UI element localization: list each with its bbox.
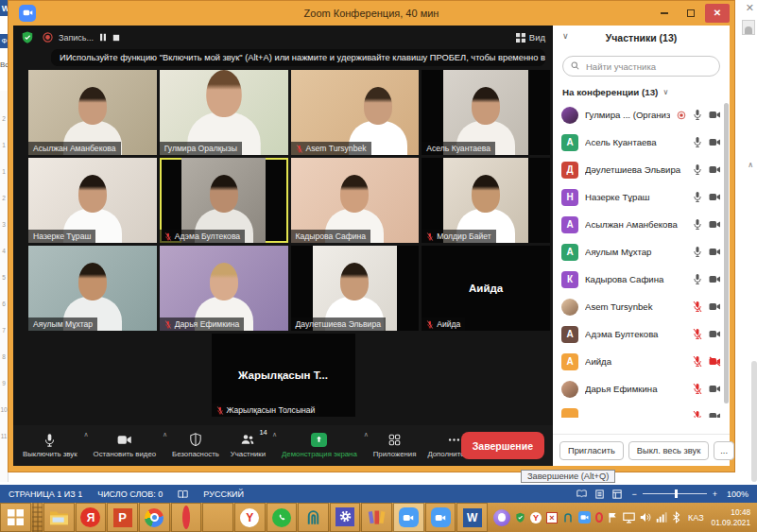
toolbar-people-button[interactable]: ∧ 14 Участники	[225, 425, 276, 466]
zoom-out-icon[interactable]: −	[631, 489, 636, 499]
zoom-level[interactable]: 100%	[727, 489, 748, 499]
participant-row[interactable]: К Кадырова Сафина	[553, 266, 730, 293]
in-meeting-section-header[interactable]: На конференции (13) ∨	[553, 79, 730, 101]
video-tile[interactable]: Асылжан Аманбекова	[28, 70, 157, 155]
more-options-button[interactable]: ...	[714, 441, 734, 460]
mic-icon[interactable]	[692, 136, 703, 148]
word-scrollbar[interactable]	[751, 361, 757, 482]
video-tile[interactable]: Аийда Аийда	[422, 246, 550, 331]
participant-row[interactable]: А Адэма Бултекова	[553, 320, 730, 348]
antivirus-shield-icon[interactable]	[515, 512, 525, 523]
encryption-shield-icon[interactable]	[21, 30, 34, 44]
video-tile[interactable]: Адэма Бултекова	[160, 158, 288, 243]
invite-button[interactable]: Пригласить	[559, 441, 624, 460]
word-close-icon[interactable]: ✕	[746, 2, 754, 14]
camera-icon[interactable]	[709, 219, 721, 230]
taskbar-word[interactable]: W	[456, 503, 488, 532]
mic-icon[interactable]	[692, 273, 703, 285]
stop-recording-icon[interactable]	[112, 34, 120, 42]
camera-icon[interactable]	[709, 274, 721, 284]
participant-row[interactable]: Asem Tursynbek	[553, 293, 730, 320]
toolbar-share-button[interactable]: ∧ Демонстрация экрана	[276, 425, 368, 466]
taskbar-chrome[interactable]	[139, 503, 170, 532]
word-count[interactable]: ЧИСЛО СЛОВ: 0	[97, 489, 163, 499]
zoom-slider[interactable]	[643, 493, 707, 494]
mic-icon[interactable]	[692, 218, 703, 231]
camera-icon[interactable]	[709, 110, 721, 120]
camera-icon[interactable]	[709, 247, 721, 257]
panel-collapse-icon[interactable]: ∨	[562, 31, 569, 41]
zoom-in-icon[interactable]: +	[713, 489, 717, 499]
video-tile[interactable]: Жарылқасын Т... Жарылқасын Толсынай	[212, 334, 355, 417]
muted-mic-icon[interactable]	[692, 383, 703, 395]
participant-row[interactable]: А Асель Куантаева	[553, 129, 730, 156]
bluetooth-icon[interactable]	[672, 511, 680, 523]
participants-scrollbar[interactable]	[724, 103, 729, 403]
video-tile[interactable]: Молдир Байет	[422, 158, 550, 243]
video-tile[interactable]: Дарья Ефимкина	[160, 246, 288, 331]
toolbar-mic-button[interactable]: ∧ Выключить звук	[17, 425, 88, 466]
maximize-button[interactable]	[679, 4, 703, 23]
mute-all-button[interactable]: Выкл. весь звук	[628, 441, 709, 460]
monitor-tray-icon[interactable]	[623, 512, 635, 523]
muted-mic-icon[interactable]	[692, 300, 703, 313]
muted-mic-icon[interactable]	[692, 328, 703, 340]
taskbar-powerpoint[interactable]: P	[107, 503, 138, 532]
muted-mic-icon[interactable]	[692, 410, 703, 418]
video-tile[interactable]: Asem Tursynbek	[291, 70, 420, 155]
participant-row[interactable]: А Аийда	[553, 348, 730, 375]
participant-row[interactable]: Д Дәулетшиева Эльвира	[553, 156, 730, 183]
camera-icon[interactable]	[709, 164, 721, 175]
excel-tray-icon[interactable]: ×	[546, 512, 558, 523]
camera-icon[interactable]	[709, 192, 721, 202]
start-button[interactable]	[0, 503, 31, 532]
camera-icon[interactable]	[709, 301, 721, 312]
mic-icon[interactable]	[692, 163, 703, 176]
minimize-button[interactable]	[652, 4, 677, 23]
search-participant-input[interactable]	[562, 56, 720, 77]
yandex-tray-icon[interactable]: Y	[530, 512, 542, 523]
camera-icon[interactable]	[709, 137, 721, 147]
taskbar-file-explorer[interactable]	[43, 503, 75, 532]
mic-icon[interactable]	[692, 191, 703, 203]
mic-icon[interactable]	[692, 246, 703, 258]
taskbar-opera[interactable]	[171, 503, 202, 532]
participant-row[interactable]: А Аяулым Мұхтар	[553, 238, 730, 266]
taskbar-clock[interactable]: 10:4801.09.2021	[712, 507, 751, 527]
participant-row[interactable]: Гулмира ... (Организатор, я)	[553, 101, 730, 129]
taskbar-zoom-app-2[interactable]	[425, 503, 456, 532]
word-collapse-ribbon-icon[interactable]: ∧	[748, 161, 753, 169]
language-switcher[interactable]: КАЗ	[688, 513, 704, 523]
taskbar-yandex-browser[interactable]: Я	[76, 503, 107, 532]
video-tile[interactable]: Кадырова Сафина	[291, 158, 420, 243]
opera-tray-icon[interactable]	[595, 512, 603, 523]
taskbar-yandex[interactable]: Y	[234, 503, 266, 532]
camera-icon[interactable]	[709, 384, 721, 394]
end-meeting-button[interactable]: Завершение	[461, 432, 544, 459]
toolbar-camera-button[interactable]: ∧ Остановить видео	[88, 425, 166, 466]
action-flag-icon[interactable]	[608, 512, 618, 523]
volume-icon[interactable]	[640, 512, 651, 523]
taskbar-winrar[interactable]	[361, 503, 392, 532]
camera-icon[interactable]	[709, 411, 721, 418]
participant-row[interactable]	[553, 403, 730, 418]
proofing-icon[interactable]	[178, 489, 188, 499]
close-button[interactable]: ✕	[705, 4, 730, 23]
video-tile[interactable]: Асель Куантаева	[422, 70, 550, 155]
view-button[interactable]: Вид	[516, 32, 545, 43]
word-account-avatar[interactable]	[742, 20, 755, 35]
toolbar-shield-button[interactable]: Безопасность	[166, 425, 225, 466]
taskbar-whatsapp[interactable]	[267, 503, 298, 532]
video-tile[interactable]: Гулмира Оралқызы	[160, 70, 288, 155]
taskbar-edge[interactable]	[202, 503, 233, 532]
mic-icon[interactable]	[692, 109, 703, 121]
camera-icon[interactable]	[709, 329, 721, 339]
muted-mic-icon[interactable]	[692, 355, 703, 368]
alice-assistant-icon[interactable]	[493, 509, 510, 526]
participant-row[interactable]: Дарья Ефимкина	[553, 375, 730, 403]
network-signal-icon[interactable]	[656, 512, 667, 523]
web-layout-icon[interactable]	[612, 489, 622, 499]
zoom-tray-icon[interactable]	[578, 511, 591, 523]
video-tile[interactable]: Назерке Тұраш	[28, 158, 157, 243]
taskbar-zoom-app[interactable]	[393, 503, 424, 532]
